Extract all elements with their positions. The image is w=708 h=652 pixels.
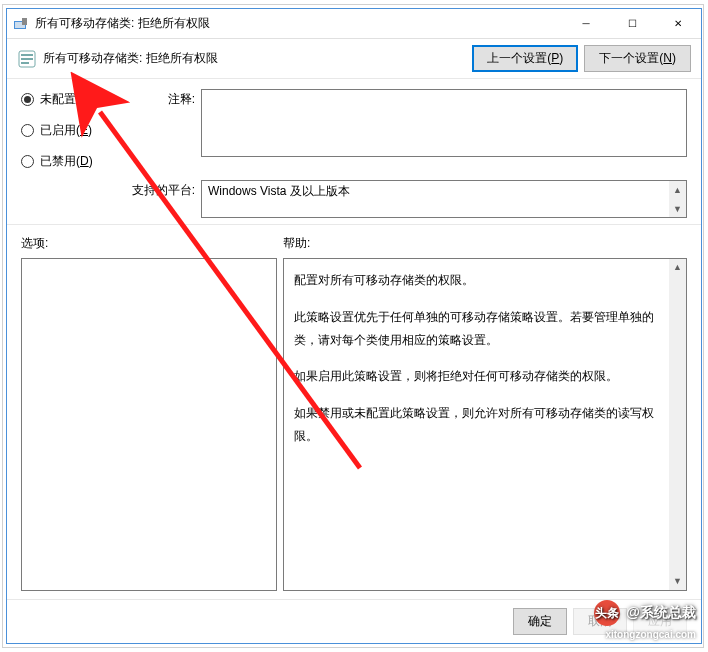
toolbar: 所有可移动存储类: 拒绝所有权限 上一个设置(P) 下一个设置(N)	[7, 39, 701, 79]
scroll-down-icon[interactable]: ▼	[669, 200, 686, 217]
scrollbar[interactable]: ▲ ▼	[669, 259, 686, 590]
supported-on-label: 支持的平台:	[21, 180, 195, 199]
radio-disabled[interactable]: 已禁用(D)	[21, 153, 139, 170]
help-text: 如果启用此策略设置，则将拒绝对任何可移动存储类的权限。	[294, 365, 662, 388]
minimize-button[interactable]: ─	[563, 9, 609, 38]
radio-dot-icon	[21, 155, 34, 168]
state-radio-group: 未配置(C) 已启用(E) 已禁用(D)	[21, 89, 139, 170]
radio-dot-icon	[21, 93, 34, 106]
next-setting-button[interactable]: 下一个设置(N)	[584, 45, 691, 72]
watermark-url: xitongzongcai.com	[605, 629, 696, 640]
watermark: 头条 @系统总裁 xitongzongcai.com	[594, 600, 696, 626]
help-text: 此策略设置优先于任何单独的可移动存储策略设置。若要管理单独的类，请对每个类使用相…	[294, 306, 662, 352]
policy-icon	[17, 49, 37, 69]
radio-dot-icon	[21, 124, 34, 137]
ok-button[interactable]: 确定	[513, 608, 567, 635]
options-panel	[21, 258, 277, 591]
help-text: 如果禁用或未配置此策略设置，则允许对所有可移动存储类的读写权限。	[294, 402, 662, 448]
window-controls: ─ ☐ ✕	[563, 9, 701, 38]
comment-textarea[interactable]	[201, 89, 687, 157]
titlebar: 所有可移动存储类: 拒绝所有权限 ─ ☐ ✕	[7, 9, 701, 39]
scroll-down-icon[interactable]: ▼	[669, 573, 686, 590]
radio-not-configured[interactable]: 未配置(C)	[21, 91, 139, 108]
supported-on-box: Windows Vista 及以上版本 ▲ ▼	[201, 180, 687, 218]
configuration-area: 未配置(C) 已启用(E) 已禁用(D) 注释: 支持的平台: Windows …	[7, 79, 701, 225]
watermark-badge: 头条	[594, 600, 620, 626]
maximize-button[interactable]: ☐	[609, 9, 655, 38]
svg-rect-2	[22, 18, 27, 25]
window-title: 所有可移动存储类: 拒绝所有权限	[35, 15, 563, 32]
close-button[interactable]: ✕	[655, 9, 701, 38]
help-label: 帮助:	[283, 235, 310, 252]
svg-rect-6	[21, 62, 29, 64]
help-panel: 配置对所有可移动存储类的权限。 此策略设置优先于任何单独的可移动存储策略设置。若…	[283, 258, 687, 591]
lower-area: 选项: 帮助: 配置对所有可移动存储类的权限。 此策略设置优先于任何单独的可移动…	[7, 225, 701, 599]
options-label: 选项:	[21, 235, 283, 252]
app-icon	[13, 16, 29, 32]
policy-editor-window: 所有可移动存储类: 拒绝所有权限 ─ ☐ ✕ 所有可移动存储类: 拒绝所有权限 …	[6, 8, 702, 644]
help-text: 配置对所有可移动存储类的权限。	[294, 269, 662, 292]
watermark-brand: @系统总裁	[626, 604, 696, 622]
scrollbar[interactable]: ▲ ▼	[669, 181, 686, 217]
svg-rect-5	[21, 58, 33, 60]
scroll-up-icon[interactable]: ▲	[669, 181, 686, 198]
previous-setting-button[interactable]: 上一个设置(P)	[472, 45, 578, 72]
svg-rect-4	[21, 54, 33, 56]
comment-label: 注释:	[139, 89, 195, 157]
scroll-up-icon[interactable]: ▲	[669, 259, 686, 276]
radio-enabled[interactable]: 已启用(E)	[21, 122, 139, 139]
policy-name: 所有可移动存储类: 拒绝所有权限	[43, 50, 472, 67]
supported-on-text: Windows Vista 及以上版本	[208, 184, 350, 198]
